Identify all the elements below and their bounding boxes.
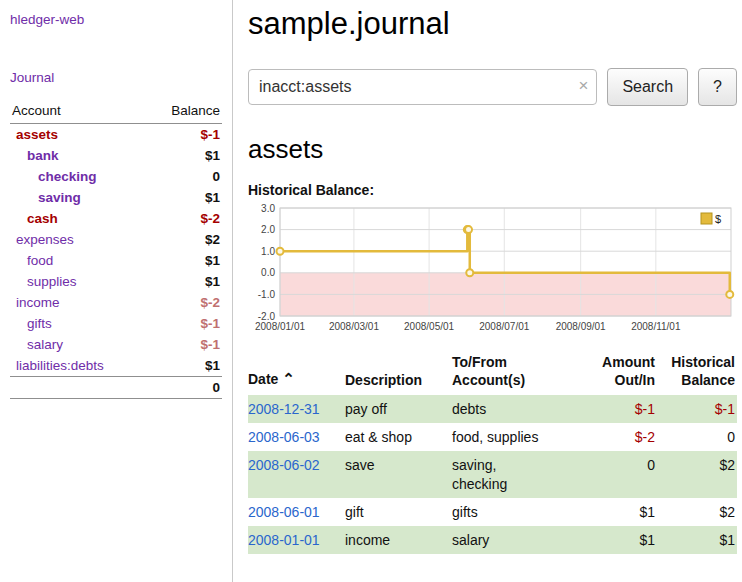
column-header-date[interactable]: Date ⌃ bbox=[248, 352, 345, 395]
search-button[interactable]: Search bbox=[607, 68, 688, 106]
account-balance: $1 bbox=[146, 145, 222, 166]
register-date-cell: 2008-12-31 bbox=[248, 395, 345, 423]
register-row: 2008-12-31pay offdebts$-1$-1 bbox=[248, 395, 737, 423]
svg-text:-1.0: -1.0 bbox=[258, 289, 276, 300]
accounts-header-line2: Account(s) bbox=[452, 372, 525, 388]
column-header-accounts: To/From Account(s) bbox=[452, 352, 582, 395]
register-accounts-cell: food, supplies bbox=[452, 423, 582, 451]
svg-text:2008/01/01: 2008/01/01 bbox=[255, 321, 305, 332]
register-header-row: Date ⌃ Description To/From Account(s) Am… bbox=[248, 352, 737, 395]
account-link-gifts[interactable]: gifts bbox=[27, 316, 52, 331]
register-row: 2008-06-01giftgifts$1$2 bbox=[248, 498, 737, 526]
register-balance-cell: $2 bbox=[657, 498, 737, 526]
account-link-salary[interactable]: salary bbox=[27, 337, 63, 352]
transaction-date-link[interactable]: 2008-06-03 bbox=[248, 429, 320, 445]
account-link-assets[interactable]: assets bbox=[16, 127, 58, 142]
account-row: expenses$2 bbox=[10, 229, 222, 250]
register-balance-cell: $1 bbox=[657, 526, 737, 554]
register-row: 2008-06-03eat & shopfood, supplies$-20 bbox=[248, 423, 737, 451]
accounts-total-balance: 0 bbox=[146, 377, 222, 399]
search-input[interactable] bbox=[248, 69, 597, 105]
account-balance: $-2 bbox=[146, 292, 222, 313]
amount-header-line2: Out/In bbox=[615, 372, 655, 388]
transaction-date-link[interactable]: 2008-06-02 bbox=[248, 457, 320, 473]
account-link-checking[interactable]: checking bbox=[38, 169, 97, 184]
account-row: gifts$-1 bbox=[10, 313, 222, 334]
account-row: income$-2 bbox=[10, 292, 222, 313]
register-description-cell: eat & shop bbox=[345, 423, 452, 451]
page-title: sample.journal bbox=[248, 6, 737, 42]
account-balance: $2 bbox=[146, 229, 222, 250]
register-amount-cell: $1 bbox=[582, 498, 657, 526]
account-row: checking0 bbox=[10, 166, 222, 187]
register-table: Date ⌃ Description To/From Account(s) Am… bbox=[248, 352, 737, 554]
balance-header-line1: Historical bbox=[671, 354, 735, 370]
account-balance: 0 bbox=[146, 166, 222, 187]
register-amount-cell: $-2 bbox=[582, 423, 657, 451]
register-amount-cell: 0 bbox=[582, 451, 657, 497]
svg-text:2008/09/01: 2008/09/01 bbox=[556, 321, 606, 332]
account-link-food[interactable]: food bbox=[27, 253, 53, 268]
account-row: supplies$1 bbox=[10, 271, 222, 292]
search-box: × bbox=[248, 69, 597, 105]
column-header-description: Description bbox=[345, 352, 452, 395]
svg-text:-2.0: -2.0 bbox=[258, 311, 276, 322]
register-amount-cell: $1 bbox=[582, 526, 657, 554]
chart-title: Historical Balance: bbox=[248, 182, 737, 198]
svg-text:0.0: 0.0 bbox=[261, 267, 275, 278]
search-bar: × Search ? bbox=[248, 68, 737, 106]
transaction-date-link[interactable]: 2008-12-31 bbox=[248, 401, 320, 417]
account-row: bank$1 bbox=[10, 145, 222, 166]
column-header-balance: Historical Balance bbox=[657, 352, 737, 395]
svg-text:3.0: 3.0 bbox=[261, 203, 275, 214]
account-balance: $-1 bbox=[146, 313, 222, 334]
account-balance: $1 bbox=[146, 250, 222, 271]
svg-text:1.0: 1.0 bbox=[261, 246, 275, 257]
account-link-income[interactable]: income bbox=[16, 295, 60, 310]
column-header-amount: Amount Out/In bbox=[582, 352, 657, 395]
account-link-saving[interactable]: saving bbox=[38, 190, 81, 205]
svg-text:2.0: 2.0 bbox=[261, 224, 275, 235]
account-link-supplies[interactable]: supplies bbox=[27, 274, 77, 289]
accounts-total-spacer bbox=[10, 377, 146, 399]
account-heading: assets bbox=[248, 134, 737, 165]
svg-text:2008/11/01: 2008/11/01 bbox=[631, 321, 681, 332]
register-balance-cell: $-1 bbox=[657, 395, 737, 423]
help-button[interactable]: ? bbox=[698, 68, 737, 106]
clear-search-icon[interactable]: × bbox=[578, 76, 588, 96]
accounts-table: Account Balance assets$-1bank$1checking0… bbox=[10, 101, 222, 399]
accounts-header-row: Account Balance bbox=[10, 101, 222, 124]
account-link-cash[interactable]: cash bbox=[27, 211, 58, 226]
account-row: assets$-1 bbox=[10, 124, 222, 146]
register-balance-cell: 0 bbox=[657, 423, 737, 451]
register-date-cell: 2008-01-01 bbox=[248, 526, 345, 554]
register-table-body: 2008-12-31pay offdebts$-1$-12008-06-03ea… bbox=[248, 395, 737, 554]
svg-text:2008/07/01: 2008/07/01 bbox=[479, 321, 529, 332]
register-date-cell: 2008-06-03 bbox=[248, 423, 345, 451]
account-row: liabilities:debts$1 bbox=[10, 355, 222, 377]
account-link-expenses[interactable]: expenses bbox=[16, 232, 74, 247]
register-balance-cell: $2 bbox=[657, 451, 737, 497]
app-title-link[interactable]: hledger-web bbox=[10, 12, 84, 27]
register-description-cell: gift bbox=[345, 498, 452, 526]
register-accounts-cell: gifts bbox=[452, 498, 582, 526]
sidebar: hledger-web Journal Account Balance asse… bbox=[0, 0, 233, 582]
accounts-header-account: Account bbox=[10, 101, 146, 124]
svg-text:2008/05/01: 2008/05/01 bbox=[404, 321, 454, 332]
account-link-bank[interactable]: bank bbox=[27, 148, 59, 163]
date-header-label: Date bbox=[248, 371, 278, 387]
sidebar-item-journal[interactable]: Journal bbox=[10, 70, 222, 85]
balance-chart[interactable]: 2008/01/012008/03/012008/05/012008/07/01… bbox=[248, 202, 735, 338]
register-accounts-cell: saving, checking bbox=[452, 451, 582, 497]
register-amount-cell: $-1 bbox=[582, 395, 657, 423]
accounts-header-line1: To/From bbox=[452, 354, 507, 370]
register-date-cell: 2008-06-02 bbox=[248, 451, 345, 497]
account-link-liabilities-debts[interactable]: liabilities:debts bbox=[16, 358, 104, 373]
svg-text:$: $ bbox=[715, 213, 721, 225]
sort-ascending-icon[interactable]: ⌃ bbox=[282, 370, 295, 387]
transaction-date-link[interactable]: 2008-06-01 bbox=[248, 504, 320, 520]
transaction-date-link[interactable]: 2008-01-01 bbox=[248, 532, 320, 548]
account-balance: $-1 bbox=[146, 334, 222, 355]
register-row: 2008-06-02savesaving, checking0$2 bbox=[248, 451, 737, 497]
register-row: 2008-01-01incomesalary$1$1 bbox=[248, 526, 737, 554]
